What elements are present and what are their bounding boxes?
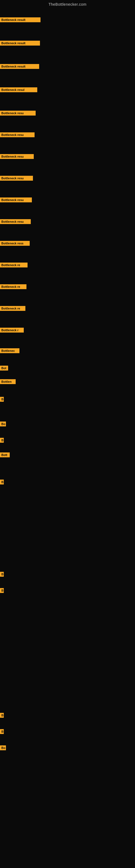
bottleneck-label: Bottleneck result: [0, 64, 39, 69]
bottleneck-row: B: [0, 713, 4, 719]
bottleneck-label: Bottleneck re: [0, 306, 26, 311]
bottleneck-label: Bottleneck re: [0, 262, 28, 268]
bottleneck-row: Bottlenec: [0, 348, 19, 354]
bottleneck-row: Bottlen: [0, 379, 16, 385]
bottleneck-label: Bottlenec: [0, 348, 19, 353]
bottleneck-row: Bottleneck result: [0, 18, 41, 23]
bottleneck-row: Bottleneck resu: [0, 197, 32, 204]
bottleneck-label: B: [0, 397, 4, 402]
bottleneck-label: B: [0, 729, 4, 734]
bottleneck-row: Bottleneck ress: [0, 241, 30, 247]
bottleneck-label: B: [0, 479, 4, 485]
bottleneck-label: Bottleneck r: [0, 328, 24, 333]
bottleneck-label: B: [0, 713, 4, 718]
bottleneck-label: Bott: [0, 453, 10, 457]
bottleneck-row: Bottleneck resu: [0, 176, 33, 182]
bottleneck-row: Bo: [0, 422, 6, 428]
bottleneck-row: B: [0, 438, 4, 444]
bottleneck-label: Bottleneck resul: [0, 87, 37, 92]
bottleneck-row: Bottleneck resu: [0, 219, 31, 225]
bottleneck-row: Bottleneck r: [0, 328, 24, 334]
bottleneck-label: B: [0, 438, 4, 443]
bottleneck-row: Bottleneck result: [0, 41, 40, 46]
bottleneck-row: B: [0, 588, 4, 594]
bottleneck-label: Bottleneck resu: [0, 176, 33, 181]
bottleneck-row: Bottleneck re: [0, 306, 26, 312]
bottleneck-row: B: [0, 479, 4, 486]
site-title: TheBottlenecker.com: [0, 0, 135, 8]
bottleneck-label: B: [0, 588, 4, 593]
bottleneck-row: Bottleneck re: [0, 284, 27, 290]
bottleneck-label: Bottleneck re: [0, 284, 27, 289]
bottleneck-row: B: [0, 729, 4, 735]
bottleneck-row: Bo: [0, 745, 6, 751]
bottleneck-label: Bottleneck result: [0, 18, 41, 22]
bottleneck-row: B: [0, 572, 4, 578]
bottleneck-label: Bo: [0, 745, 6, 750]
bottleneck-label: Bottleneck result: [0, 41, 40, 45]
bottleneck-row: Bottleneck resul: [0, 87, 37, 93]
bottleneck-label: Bottleneck resu: [0, 132, 35, 137]
bottleneck-row: Bottleneck resu: [0, 111, 36, 117]
bottleneck-row: Bottleneck result: [0, 64, 39, 70]
bottleneck-label: Bottlen: [0, 379, 16, 384]
bottleneck-row: Bottleneck resu: [0, 132, 35, 138]
bottleneck-label: Bottleneck resu: [0, 111, 36, 116]
bottleneck-row: Bottleneck re: [0, 262, 28, 269]
bottleneck-row: Bot: [0, 366, 8, 372]
bottleneck-row: B: [0, 397, 4, 403]
bottleneck-row: Bott: [0, 453, 10, 458]
bottleneck-row: Bottleneck resu: [0, 154, 34, 160]
bottleneck-label: Bot: [0, 366, 8, 371]
bottleneck-label: Bottleneck resu: [0, 197, 32, 203]
bottleneck-label: Bottleneck resu: [0, 154, 34, 159]
bottleneck-label: B: [0, 572, 4, 577]
bottleneck-label: Bo: [0, 422, 6, 426]
bottleneck-label: Bottleneck ress: [0, 241, 30, 246]
bottleneck-label: Bottleneck resu: [0, 219, 31, 224]
